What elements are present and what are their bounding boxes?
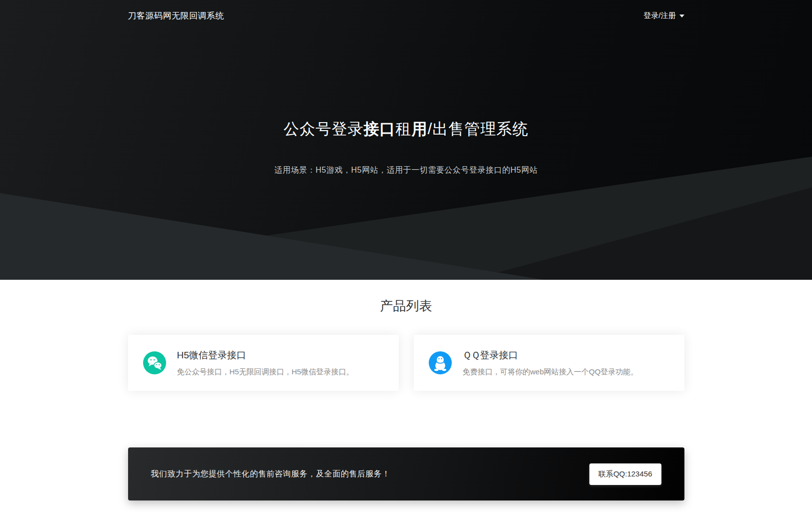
hero-title-segment-bold: 用 <box>412 120 428 138</box>
product-description: 免公众号接口，H5无限回调接口，H5微信登录接口。 <box>177 367 354 377</box>
product-card-row: H5微信登录接口 免公众号接口，H5无限回调接口，H5微信登录接口。 ＱＱ登录接… <box>128 335 684 391</box>
site-brand[interactable]: 刀客源码网无限回调系统 <box>128 10 225 22</box>
hero-title-segment: /出售管理系统 <box>428 120 529 138</box>
products-heading: 产品列表 <box>0 298 812 314</box>
product-title: ＱＱ登录接口 <box>463 349 638 362</box>
login-register-label: 登录/注册 <box>643 11 675 21</box>
product-title: H5微信登录接口 <box>177 349 354 362</box>
product-card-text: H5微信登录接口 免公众号接口，H5无限回调接口，H5微信登录接口。 <box>177 349 354 377</box>
contact-banner-text: 我们致力于为您提供个性化的售前咨询服务，及全面的售后服务！ <box>151 469 391 479</box>
hero-title-segment-bold: 接口 <box>364 120 396 138</box>
product-card-wechat[interactable]: H5微信登录接口 免公众号接口，H5无限回调接口，H5微信登录接口。 <box>128 335 399 391</box>
product-description: 免费接口，可将你的web网站接入一个QQ登录功能。 <box>463 367 638 377</box>
hero-title: 公众号登录接口租用/出售管理系统 <box>0 119 812 140</box>
top-navbar: 刀客源码网无限回调系统 登录/注册 <box>0 0 812 22</box>
qq-icon <box>429 351 452 374</box>
hero-subtitle: 适用场景：H5游戏，H5网站，适用于一切需要公众号登录接口的H5网站 <box>0 165 812 176</box>
login-register-dropdown[interactable]: 登录/注册 <box>643 11 684 21</box>
hero-title-segment: 租 <box>396 120 412 138</box>
hero-section: 刀客源码网无限回调系统 登录/注册 公众号登录接口租用/出售管理系统 适用场景：… <box>0 0 812 280</box>
chevron-down-icon <box>679 15 684 18</box>
contact-qq-button[interactable]: 联系QQ:123456 <box>589 463 661 485</box>
product-card-text: ＱＱ登录接口 免费接口，可将你的web网站接入一个QQ登录功能。 <box>463 349 638 377</box>
products-section: 产品列表 H5微信登录接口 免公众号接口，H5无限回调接口，H5微信登录接口。 <box>0 280 812 500</box>
contact-banner: 我们致力于为您提供个性化的售前咨询服务，及全面的售后服务！ 联系QQ:12345… <box>128 447 684 500</box>
product-card-qq[interactable]: ＱＱ登录接口 免费接口，可将你的web网站接入一个QQ登录功能。 <box>414 335 684 391</box>
wechat-icon <box>143 351 166 374</box>
hero-title-segment: 公众号登录 <box>284 120 364 138</box>
